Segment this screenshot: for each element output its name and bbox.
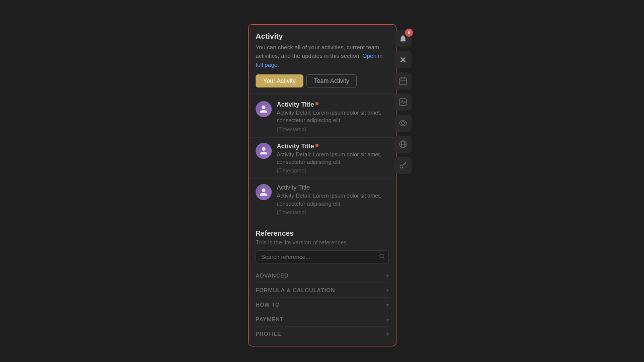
activity-item-content: Activity Title Activity Detail: Lorem ip…: [277, 101, 389, 132]
activity-item-title: Activity Title: [277, 184, 389, 191]
close-button[interactable]: [394, 51, 412, 68]
main-panel: Activity You can check all of your activ…: [248, 24, 396, 346]
references-title: References: [256, 229, 389, 237]
ref-category-formula[interactable]: FORMULA & CALCULATION ▾: [256, 283, 389, 298]
globe-button[interactable]: [394, 136, 412, 153]
key-button[interactable]: [394, 157, 412, 174]
calendar-button[interactable]: [394, 72, 412, 89]
activity-item: Activity Title Activity Detail: Lorem ip…: [249, 138, 396, 179]
chevron-down-icon: ▾: [386, 302, 389, 308]
chevron-down-icon: ▾: [386, 288, 389, 293]
activity-item-title: Activity Title: [277, 101, 389, 108]
activity-section: Activity You can check all of your activ…: [249, 25, 396, 94]
user-icon: [259, 105, 268, 114]
ref-category-payment[interactable]: PAYMENT ▾: [256, 312, 389, 327]
activity-section-title: Activity: [256, 32, 283, 40]
tab-team-activity[interactable]: Team Activity: [306, 74, 357, 87]
activity-item-content: Activity Title Activity Detail: Lorem ip…: [277, 143, 389, 174]
ref-category-profile[interactable]: PROFILE ▾: [256, 327, 389, 341]
user-icon: [259, 188, 268, 197]
page-container: Activity You can check all of your activ…: [0, 0, 644, 362]
code-review-button[interactable]: [394, 94, 412, 111]
calendar-icon: [398, 76, 408, 85]
activity-header: Activity: [256, 32, 389, 40]
activity-item-detail: Activity Detail: Lorem ipsum dolor sit a…: [277, 109, 389, 125]
activity-item-timestamp: {Timestamp}: [277, 209, 389, 215]
avatar: [256, 143, 272, 159]
tab-row: Your Activity Team Activity: [256, 74, 389, 87]
svg-point-14: [400, 165, 403, 168]
ref-category-label: PAYMENT: [256, 316, 283, 322]
avatar: [256, 101, 272, 117]
user-icon: [259, 146, 268, 155]
notification-count: 6: [405, 29, 413, 37]
activity-item-detail: Activity Detail: Lorem ipsum dolor sit a…: [277, 151, 389, 166]
ref-category-howto[interactable]: HOW TO ▾: [256, 298, 389, 312]
eye-icon: [398, 119, 408, 128]
eye-button[interactable]: [394, 115, 412, 132]
activity-item-detail: Activity Detail: Lorem ipsum dolor sit a…: [277, 192, 389, 208]
svg-point-0: [380, 254, 383, 258]
search-input[interactable]: [256, 250, 389, 263]
ref-category-label: HOW TO: [256, 302, 280, 308]
activity-item-timestamp: {Timestamp}: [277, 126, 389, 132]
chevron-down-icon: ▾: [386, 273, 389, 279]
svg-rect-4: [399, 78, 407, 85]
activity-badge: [315, 144, 318, 147]
activity-item-title: Activity Title: [277, 143, 389, 150]
chevron-down-icon: ▾: [386, 317, 389, 322]
search-box: [256, 250, 389, 263]
activity-item: Activity Title Activity Detail: Lorem ip…: [249, 179, 396, 220]
references-subtitle: This is the lite version of references.: [256, 239, 389, 245]
globe-icon: [398, 140, 408, 149]
search-icon: [379, 253, 385, 261]
chevron-down-icon: ▾: [386, 331, 389, 337]
references-section: References This is the lite version of r…: [249, 222, 396, 346]
activity-description: You can check all of your activities, cu…: [256, 43, 389, 69]
code-review-icon: [398, 98, 408, 107]
key-icon: [398, 161, 408, 170]
svg-line-1: [383, 257, 384, 259]
svg-line-9: [403, 100, 404, 104]
activity-item-timestamp: {Timestamp}: [277, 167, 389, 173]
notification-button[interactable]: 6: [394, 30, 412, 47]
ref-category-label: FORMULA & CALCULATION: [256, 287, 335, 293]
activity-item: Activity Title Activity Detail: Lorem ip…: [249, 96, 396, 138]
activity-item-content: Activity Title Activity Detail: Lorem ip…: [277, 184, 389, 215]
tab-your-activity[interactable]: Your Activity: [256, 74, 303, 87]
ref-category-label: PROFILE: [256, 331, 281, 337]
ref-category-label: ADVANCED: [256, 273, 289, 279]
close-icon: [398, 55, 408, 64]
avatar: [256, 184, 272, 200]
svg-point-10: [401, 122, 405, 125]
activity-badge: [315, 102, 318, 105]
activity-list: Activity Title Activity Detail: Lorem ip…: [249, 94, 396, 222]
sidebar-icons: 6: [394, 30, 412, 174]
ref-category-advanced[interactable]: ADVANCED ▾: [256, 268, 389, 283]
